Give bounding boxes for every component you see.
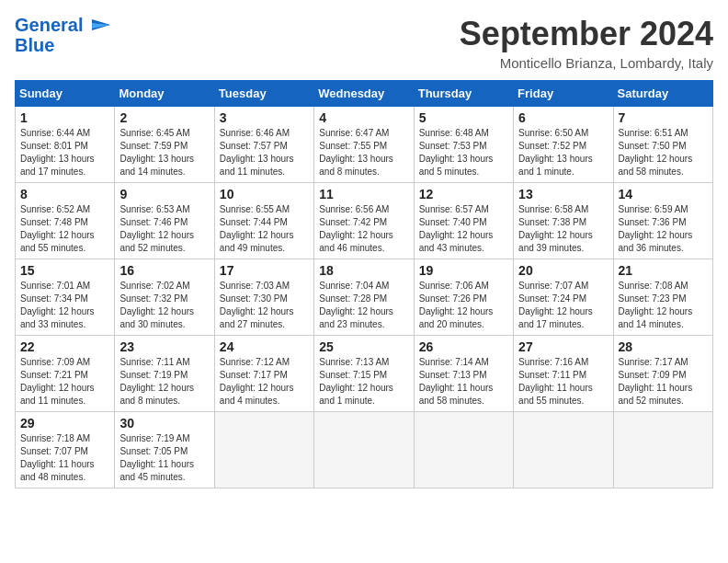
day-info: Sunrise: 6:44 AMSunset: 8:01 PMDaylight:… [20,127,109,178]
day-info: Sunrise: 7:08 AMSunset: 7:23 PMDaylight:… [619,280,708,331]
day-info: Sunrise: 7:18 AMSunset: 7:07 PMDaylight:… [20,432,109,484]
day-info: Sunrise: 7:16 AMSunset: 7:11 PMDaylight:… [518,356,608,408]
logo-flag-icon [90,19,110,34]
page-header: General Blue September 2024 Monticello B… [15,15,713,71]
day-number: 26 [419,339,508,354]
calendar-day-header: Sunday [16,81,115,107]
day-info: Sunrise: 7:11 AMSunset: 7:19 PMDaylight:… [119,356,209,408]
calendar-day-cell [514,412,613,488]
calendar-day-header: Wednesday [314,81,414,107]
day-info: Sunrise: 6:56 AMSunset: 7:42 PMDaylight:… [319,203,408,255]
day-number: 22 [20,339,109,354]
day-number: 17 [220,263,309,278]
calendar-day-cell: 14Sunrise: 6:59 AMSunset: 7:36 PMDayligh… [613,183,712,259]
day-number: 24 [220,339,309,354]
logo-text: General [15,15,110,35]
day-number: 27 [518,339,608,354]
calendar-header-row: SundayMondayTuesdayWednesdayThursdayFrid… [16,81,713,107]
day-info: Sunrise: 6:51 AMSunset: 7:50 PMDaylight:… [619,127,708,178]
day-number: 29 [20,416,109,431]
calendar-day-cell: 21Sunrise: 7:08 AMSunset: 7:23 PMDayligh… [613,259,712,336]
calendar-day-cell: 4Sunrise: 6:47 AMSunset: 7:55 PMDaylight… [314,107,414,183]
day-info: Sunrise: 6:50 AMSunset: 7:52 PMDaylight:… [518,127,608,178]
calendar-day-cell: 18Sunrise: 7:04 AMSunset: 7:28 PMDayligh… [314,259,414,336]
day-info: Sunrise: 6:45 AMSunset: 7:59 PMDaylight:… [119,127,209,178]
day-info: Sunrise: 7:04 AMSunset: 7:28 PMDaylight:… [319,280,408,331]
calendar-day-cell: 2Sunrise: 6:45 AMSunset: 7:59 PMDaylight… [115,107,214,183]
calendar-day-cell: 11Sunrise: 6:56 AMSunset: 7:42 PMDayligh… [314,183,414,259]
calendar-day-cell: 9Sunrise: 6:53 AMSunset: 7:46 PMDaylight… [115,183,214,259]
day-info: Sunrise: 7:09 AMSunset: 7:21 PMDaylight:… [20,356,109,408]
calendar-day-cell: 25Sunrise: 7:13 AMSunset: 7:15 PMDayligh… [314,336,414,412]
calendar-week-row: 15Sunrise: 7:01 AMSunset: 7:34 PMDayligh… [16,259,713,336]
logo: General Blue [15,15,110,56]
day-number: 18 [319,263,408,278]
calendar-day-cell: 28Sunrise: 7:17 AMSunset: 7:09 PMDayligh… [613,336,712,412]
calendar-day-cell [613,412,712,488]
day-number: 19 [419,263,508,278]
calendar-day-cell: 7Sunrise: 6:51 AMSunset: 7:50 PMDaylight… [613,107,712,183]
day-info: Sunrise: 6:48 AMSunset: 7:53 PMDaylight:… [419,127,508,178]
calendar-day-cell: 16Sunrise: 7:02 AMSunset: 7:32 PMDayligh… [115,259,214,336]
calendar-day-cell: 10Sunrise: 6:55 AMSunset: 7:44 PMDayligh… [214,183,313,259]
day-info: Sunrise: 7:06 AMSunset: 7:26 PMDaylight:… [419,280,508,331]
calendar-day-header: Saturday [613,81,712,107]
day-info: Sunrise: 7:17 AMSunset: 7:09 PMDaylight:… [619,356,708,408]
calendar-day-cell: 22Sunrise: 7:09 AMSunset: 7:21 PMDayligh… [16,336,115,412]
day-info: Sunrise: 7:19 AMSunset: 7:05 PMDaylight:… [119,432,209,484]
calendar-day-cell: 24Sunrise: 7:12 AMSunset: 7:17 PMDayligh… [214,336,313,412]
day-info: Sunrise: 7:12 AMSunset: 7:17 PMDaylight:… [220,356,309,408]
day-info: Sunrise: 6:46 AMSunset: 7:57 PMDaylight:… [220,127,309,178]
day-info: Sunrise: 7:03 AMSunset: 7:30 PMDaylight:… [220,280,309,331]
calendar-day-cell: 12Sunrise: 6:57 AMSunset: 7:40 PMDayligh… [414,183,513,259]
location-text: Monticello Brianza, Lombardy, Italy [460,55,713,71]
calendar-day-cell: 17Sunrise: 7:03 AMSunset: 7:30 PMDayligh… [214,259,313,336]
calendar-day-cell [314,412,414,488]
calendar-day-cell: 5Sunrise: 6:48 AMSunset: 7:53 PMDaylight… [414,107,513,183]
calendar-week-row: 8Sunrise: 6:52 AMSunset: 7:48 PMDaylight… [16,183,713,259]
day-info: Sunrise: 6:55 AMSunset: 7:44 PMDaylight:… [220,203,309,255]
day-info: Sunrise: 7:01 AMSunset: 7:34 PMDaylight:… [20,280,109,331]
calendar-day-cell: 19Sunrise: 7:06 AMSunset: 7:26 PMDayligh… [414,259,513,336]
day-number: 4 [319,110,408,125]
day-info: Sunrise: 6:57 AMSunset: 7:40 PMDaylight:… [419,203,508,255]
calendar-day-cell: 23Sunrise: 7:11 AMSunset: 7:19 PMDayligh… [115,336,214,412]
calendar-day-cell: 29Sunrise: 7:18 AMSunset: 7:07 PMDayligh… [16,412,115,488]
calendar-day-cell: 8Sunrise: 6:52 AMSunset: 7:48 PMDaylight… [16,183,115,259]
day-number: 6 [518,110,608,125]
day-info: Sunrise: 6:58 AMSunset: 7:38 PMDaylight:… [518,203,608,255]
logo-blue-text: Blue [15,35,54,56]
calendar-day-cell: 3Sunrise: 6:46 AMSunset: 7:57 PMDaylight… [214,107,313,183]
calendar-day-header: Friday [514,81,613,107]
day-info: Sunrise: 6:59 AMSunset: 7:36 PMDaylight:… [619,203,708,255]
calendar-day-cell [414,412,513,488]
day-number: 25 [319,339,408,354]
day-number: 16 [119,263,209,278]
day-info: Sunrise: 7:13 AMSunset: 7:15 PMDaylight:… [319,356,408,408]
day-info: Sunrise: 7:02 AMSunset: 7:32 PMDaylight:… [119,280,209,331]
day-number: 21 [619,263,708,278]
month-title: September 2024 [460,15,713,53]
day-info: Sunrise: 6:53 AMSunset: 7:46 PMDaylight:… [119,203,209,255]
calendar-week-row: 29Sunrise: 7:18 AMSunset: 7:07 PMDayligh… [16,412,713,488]
calendar-week-row: 22Sunrise: 7:09 AMSunset: 7:21 PMDayligh… [16,336,713,412]
day-number: 10 [220,187,309,201]
calendar-day-cell: 6Sunrise: 6:50 AMSunset: 7:52 PMDaylight… [514,107,613,183]
day-number: 12 [419,187,508,201]
day-info: Sunrise: 7:07 AMSunset: 7:24 PMDaylight:… [518,280,608,331]
calendar-day-header: Thursday [414,81,513,107]
calendar-day-header: Monday [115,81,214,107]
calendar-day-cell: 1Sunrise: 6:44 AMSunset: 8:01 PMDaylight… [16,107,115,183]
calendar-day-cell: 26Sunrise: 7:14 AMSunset: 7:13 PMDayligh… [414,336,513,412]
day-number: 28 [619,339,708,354]
day-number: 5 [419,110,508,125]
title-block: September 2024 Monticello Brianza, Lomba… [460,15,713,71]
day-number: 20 [518,263,608,278]
day-info: Sunrise: 6:47 AMSunset: 7:55 PMDaylight:… [319,127,408,178]
calendar-day-cell: 13Sunrise: 6:58 AMSunset: 7:38 PMDayligh… [514,183,613,259]
day-number: 14 [619,187,708,201]
calendar-day-cell: 27Sunrise: 7:16 AMSunset: 7:11 PMDayligh… [514,336,613,412]
day-number: 2 [119,110,209,125]
day-number: 8 [20,187,109,201]
day-info: Sunrise: 6:52 AMSunset: 7:48 PMDaylight:… [20,203,109,255]
